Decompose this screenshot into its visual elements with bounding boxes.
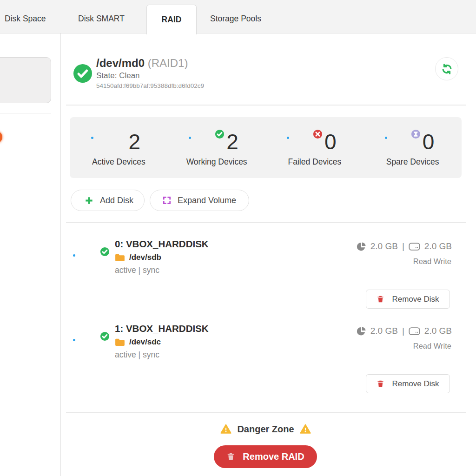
disk-path: /dev/sdb — [129, 253, 161, 262]
raid-detail-panel: /dev/md0 (RAID1) State: Clean 54150afd:f… — [70, 33, 462, 476]
size-separator: | — [402, 241, 404, 251]
disk-sizes: 2.0 GB | 2.0 GB — [357, 326, 452, 336]
danger-zone-label: Danger Zone — [237, 424, 294, 435]
raid-status-ok-icon — [73, 64, 92, 83]
warning-icon — [220, 423, 231, 435]
disk-mode: Read Write — [413, 342, 451, 350]
pie-chart-icon — [357, 242, 366, 251]
stat-value: 2 — [129, 131, 141, 152]
danger-zone-heading: Danger Zone — [70, 423, 462, 435]
raid-state: State: Clean — [96, 71, 204, 80]
plus-icon — [84, 196, 94, 205]
sidebar-orange-badge-icon — [0, 131, 2, 143]
hdd-check-icon — [195, 135, 221, 149]
stat-working-devices: 2 Working Devices — [168, 117, 266, 178]
disk-info: 0: VBOX_HARDDISK /dev/sdb active | sync — [115, 238, 209, 275]
warning-icon — [300, 423, 311, 435]
stat-label: Failed Devices — [288, 157, 341, 167]
trash-icon — [377, 295, 384, 303]
disk-path: /dev/sdc — [129, 337, 161, 347]
drive-icon — [409, 327, 420, 335]
disk-path-line: /dev/sdc — [115, 337, 209, 347]
raid-device-title: /dev/md0 (RAID1) — [96, 57, 204, 70]
disk-status: active | sync — [115, 350, 209, 360]
drive-icon — [409, 243, 420, 251]
expand-icon — [162, 196, 172, 205]
stat-spare-devices: 0 Spare Devices — [364, 117, 462, 178]
stat-value: 2 — [226, 131, 238, 152]
folder-icon — [115, 253, 125, 262]
refresh-icon — [441, 63, 453, 75]
hdd-cross-icon — [293, 135, 319, 149]
tab-disk-space[interactable]: Disk Space — [5, 0, 46, 33]
refresh-button[interactable] — [435, 57, 458, 80]
hdd-check-icon — [79, 337, 106, 351]
expand-volume-label: Expand Volume — [178, 196, 236, 205]
trash-icon — [377, 380, 384, 388]
disk-name: 1: VBOX_HARDDISK — [115, 323, 209, 334]
raid-device-name: /dev/md0 — [96, 57, 145, 69]
tab-raid-active[interactable]: RAID — [146, 5, 197, 34]
disk-sizes: 2.0 GB | 2.0 GB — [357, 241, 452, 251]
remove-raid-button[interactable]: Remove RAID — [214, 445, 317, 468]
disk-capacity: 2.0 GB — [424, 241, 452, 251]
sidebar-device-card[interactable] — [0, 57, 51, 103]
remove-disk-label: Remove Disk — [392, 379, 439, 389]
stat-active-devices: 2 Active Devices — [70, 117, 168, 178]
sidebar-vertical-divider — [60, 33, 61, 476]
hdd-icon — [97, 135, 123, 149]
section-divider — [66, 105, 466, 106]
disk-info: 1: VBOX_HARDDISK /dev/sdc active | sync — [115, 323, 209, 360]
disk-name: 0: VBOX_HARDDISK — [115, 238, 209, 250]
raid-level: (RAID1) — [148, 57, 188, 69]
stat-failed-devices: 0 Failed Devices — [266, 117, 364, 178]
raid-management-page: Disk Space Disk SMART Storage Pools RAID… — [0, 0, 476, 476]
stat-label: Working Devices — [186, 157, 247, 167]
sidebar-divider — [0, 113, 51, 113]
remove-disk-button[interactable]: Remove Disk — [366, 290, 450, 309]
disk-used: 2.0 GB — [370, 241, 398, 251]
raid-uuid: 54150afd:f69bb7af:95388dfb:d6fd02c9 — [96, 82, 204, 89]
add-disk-label: Add Disk — [100, 196, 133, 205]
raid-header: /dev/md0 (RAID1) State: Clean 54150afd:f… — [96, 57, 204, 89]
pie-chart-icon — [357, 326, 366, 336]
disk-path-line: /dev/sdb — [115, 253, 209, 262]
disk-used: 2.0 GB — [370, 326, 398, 336]
disk-mode: Read Write — [413, 257, 451, 266]
disk-capacity: 2.0 GB — [424, 326, 452, 336]
section-divider — [66, 412, 466, 413]
trash-icon — [226, 452, 235, 461]
remove-disk-button[interactable]: Remove Disk — [366, 374, 450, 393]
raid-stats-strip: 2 Active Devices 2 Working Devices — [70, 117, 462, 178]
hdd-hourglass-icon — [391, 135, 417, 149]
tab-bar: Disk Space Disk SMART Storage Pools — [0, 0, 476, 33]
add-disk-button[interactable]: Add Disk — [71, 190, 145, 211]
stat-label: Spare Devices — [386, 157, 439, 167]
hdd-check-icon — [79, 252, 106, 266]
tab-disk-smart[interactable]: Disk SMART — [78, 0, 125, 33]
stat-value: 0 — [423, 131, 435, 152]
section-divider — [66, 222, 466, 223]
stat-label: Active Devices — [92, 157, 145, 167]
remove-disk-label: Remove Disk — [392, 295, 439, 304]
expand-volume-button[interactable]: Expand Volume — [150, 190, 249, 211]
remove-raid-label: Remove RAID — [243, 451, 304, 462]
disk-status: active | sync — [115, 265, 209, 275]
folder-icon — [115, 338, 125, 346]
size-separator: | — [402, 326, 404, 336]
tab-storage-pools[interactable]: Storage Pools — [210, 0, 261, 33]
stat-value: 0 — [324, 131, 337, 152]
